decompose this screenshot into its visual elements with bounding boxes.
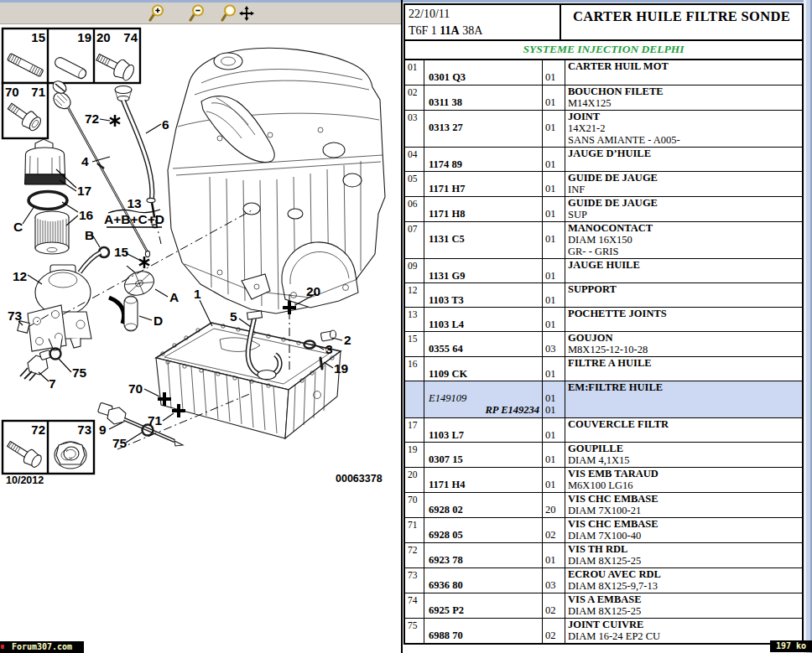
part-number: 0355 64 xyxy=(429,343,463,355)
qty-value: 01 xyxy=(545,392,565,404)
system-subtitle: SYSTEME INJECTION DELPHI xyxy=(403,41,804,60)
ref-cell: 19 xyxy=(405,443,424,467)
ref-cell: 20 xyxy=(405,468,424,492)
qty-cell: 02 xyxy=(543,593,565,618)
part-number: 1103 T3 xyxy=(429,294,464,306)
qty-value: 01 xyxy=(545,479,565,490)
qty-cell: 01 xyxy=(543,418,565,442)
part-number-cell: E149109 RP E149234 xyxy=(424,381,543,417)
description-cell: POCHETTE JOINTS xyxy=(565,308,802,331)
qty-cell: 01 xyxy=(543,357,565,381)
callout-label: 3 xyxy=(325,342,333,356)
table-row[interactable]: 17 1103 L7 01 COUVERCLE FILTR xyxy=(405,417,802,442)
part-detail: SUP xyxy=(568,209,800,220)
table-row[interactable]: 04 1174 89 01 JAUGE D’HUILE xyxy=(405,147,802,171)
inset-box-row2: 70 71 xyxy=(3,83,48,138)
inset-label: 15 xyxy=(31,30,45,44)
qty-value: 01 xyxy=(545,233,565,245)
table-row[interactable]: 01 0301 Q3 01 CARTER HUIL MOT xyxy=(405,60,802,85)
part-number-cell: 1171 H8 xyxy=(424,197,543,221)
ref-cell: 01 xyxy=(405,60,424,85)
ref-cell: 17 xyxy=(405,418,424,442)
part-number: 1131 C5 xyxy=(429,233,465,245)
part-number: 0307 15 xyxy=(429,453,463,465)
part-name: JOINT CUIVRE xyxy=(568,619,800,630)
red-dot xyxy=(1,645,4,649)
table-row[interactable]: 09 1131 G9 01 JAUGE HUILE xyxy=(405,258,802,282)
part-number-cell: 0301 Q3 xyxy=(424,60,543,85)
table-row[interactable]: E149109 RP E149234 01 01 EM:FILTRE HUILE xyxy=(405,381,802,417)
page-title: CARTER HUILE FILTRE SONDE xyxy=(561,5,802,39)
qty-value: 20 xyxy=(545,504,565,516)
inset-label: 71 xyxy=(31,85,45,99)
ref-cell: 70 xyxy=(405,493,424,517)
table-row[interactable]: 75 6988 70 02 JOINT CUIVRE DIAM 16-24 EP… xyxy=(405,618,802,643)
part-number-cell: 0355 64 xyxy=(424,332,543,356)
qty-cell: 01 xyxy=(543,86,565,110)
inset-label: 20 xyxy=(96,30,111,44)
part-number-cell: 1171 H7 xyxy=(424,172,543,196)
ref-cell: 15 xyxy=(405,332,424,356)
part-number: 1174 89 xyxy=(429,158,462,170)
table-row[interactable]: 15 0355 64 03 GOUJON M8X125-12-10-28 xyxy=(405,331,802,356)
description-cell: VIS CHC EMBASE DIAM 7X100-40 xyxy=(565,518,802,542)
header-date: 22/10/11 xyxy=(409,6,556,23)
description-cell: GUIDE DE JAUGE INF xyxy=(565,172,802,196)
description-cell: BOUCHON FILETE M14X125 xyxy=(565,86,802,110)
part-name: COUVERCLE FILTR xyxy=(568,418,800,430)
description-cell: VIS CHC EMBASE DIAM 7X100-21 xyxy=(565,493,802,517)
table-row[interactable]: 02 0311 38 01 BOUCHON FILETE M14X125 xyxy=(405,85,802,110)
table-row[interactable]: 13 1103 L4 01 POCHETTE JOINTS xyxy=(405,307,802,331)
ref-cell: 04 xyxy=(405,148,424,171)
diagram-date-stamp: 10/2012 xyxy=(6,474,44,486)
zoom-out-icon[interactable] xyxy=(183,3,211,23)
part-detail: DIAM 7X100-40 xyxy=(568,530,800,542)
part-name: GUIDE DE JAUGE xyxy=(568,172,800,184)
table-row[interactable]: 71 6928 05 02 VIS CHC EMBASE DIAM 7X100-… xyxy=(405,517,802,542)
part-number: 1103 L7 xyxy=(429,429,464,441)
ref-cell: 07 xyxy=(405,222,424,258)
zoom-pan-icon[interactable] xyxy=(218,3,257,23)
table-row[interactable]: 73 6936 80 03 ECROU AVEC RDL DIAM 8X125-… xyxy=(405,567,802,593)
table-row[interactable]: 16 1109 CK 01 FILTRE A HUILE xyxy=(405,356,802,381)
inset-box-row1: 15 19 20 74 xyxy=(3,29,140,83)
part-number-cell: 0311 38 xyxy=(424,86,543,110)
part-name: GOUPILLE xyxy=(568,443,800,454)
part-number: 1109 CK xyxy=(429,368,467,380)
part-number: 6923 78 xyxy=(429,554,463,566)
part-name: BOUCHON FILETE xyxy=(568,86,800,97)
qty-value: 01 xyxy=(545,453,565,465)
part-name: JAUGE D’HUILE xyxy=(568,148,800,159)
table-row[interactable]: 12 1103 T3 01 SUPPORT xyxy=(405,282,802,307)
table-row[interactable]: 72 6923 78 01 VIS TH RDL DIAM 8X125-25 xyxy=(405,542,802,567)
table-row[interactable]: 03 0313 27 01 JOINT 14X21-2SANS AMIANTE … xyxy=(405,110,802,147)
qty-cell: 01 xyxy=(543,259,565,282)
table-row[interactable]: 74 6925 P2 02 VIS A EMBASE DIAM 8X125-25 xyxy=(405,593,802,618)
table-row[interactable]: 07 1131 C5 01 MANOCONTACT DIAM 16X150GR-… xyxy=(405,221,802,258)
stud-marker-asterisk xyxy=(139,257,149,268)
table-row[interactable]: 70 6928 02 20 VIS CHC EMBASE DIAM 7X100-… xyxy=(405,492,802,517)
qty-value: 01 xyxy=(545,294,565,306)
part-name: VIS EMB TARAUD xyxy=(568,468,800,479)
inset-label: 70 xyxy=(5,85,19,99)
vertical-scrollbar[interactable] xyxy=(804,0,812,653)
callout-label: 12 xyxy=(13,269,27,283)
table-row[interactable]: 19 0307 15 01 GOUPILLE DIAM 4,1X15 xyxy=(405,442,802,467)
qty-value: 01 xyxy=(545,183,565,194)
qty-cell: 03 xyxy=(543,332,565,356)
description-cell: FILTRE A HUILE xyxy=(565,357,802,381)
callout-label: 19 xyxy=(334,361,349,376)
part-detail: DIAM 16-24 EP2 CU xyxy=(568,630,800,642)
part-number: 0311 38 xyxy=(429,96,462,108)
table-row[interactable]: 06 1171 H8 01 GUIDE DE JAUGE SUP xyxy=(405,196,802,221)
inset-label: 72 xyxy=(31,422,45,437)
part-number: E149109 xyxy=(429,392,466,404)
table-row[interactable]: 20 1171 H4 01 VIS EMB TARAUD M6X100 LG16 xyxy=(405,467,802,492)
parts-catalog-window: 15 19 20 74 xyxy=(0,0,812,653)
filter-element-drawing xyxy=(35,211,69,254)
qty-value: 01 xyxy=(545,158,565,170)
description-cell: GOUJON M8X125-12-10-28 xyxy=(565,332,802,356)
part-number-cell: 0313 27 xyxy=(424,111,543,147)
zoom-in-icon[interactable] xyxy=(143,3,171,23)
table-row[interactable]: 05 1171 H7 01 GUIDE DE JAUGE INF xyxy=(405,171,802,196)
